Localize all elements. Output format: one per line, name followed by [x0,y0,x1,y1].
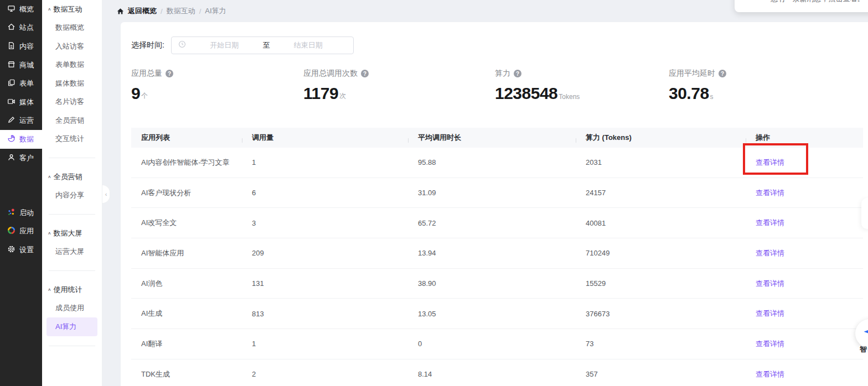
sidebar-item-customer[interactable]: 客户 [0,149,42,168]
divider [49,214,95,215]
divider [49,270,95,271]
toast-message: 您有一条新消息，点击查看。 [771,0,865,4]
help-icon[interactable]: ? [719,70,726,77]
tokens-value: 24157 [576,189,746,197]
breadcrumb-back-link[interactable]: 返回概览 [128,6,157,16]
help-icon[interactable]: ? [361,70,369,77]
date-range-separator: 至 [262,40,270,50]
sidebar-item-label: 商城 [19,60,34,70]
sidebar-item-label: 站点 [19,23,34,33]
app-name: AI改写全文 [131,218,242,228]
view-details-link[interactable]: 查看详情 [756,370,784,378]
view-details-link[interactable]: 查看详情 [756,218,784,227]
stat-computing-power: 算力? 1238548Tokens [495,69,580,102]
submenu-item-member-usage[interactable]: 成员使用 [42,299,102,318]
breadcrumb-current-page: AI算力 [205,6,226,16]
breadcrumb-separator: / [161,7,163,15]
view-details-link[interactable]: 查看详情 [756,340,784,348]
view-details-link[interactable]: 查看详情 [756,249,784,257]
tokens-value: 2031 [576,158,746,166]
submenu-item-ai-power[interactable]: AI算力 [46,317,97,336]
submenu-item-interaction-stats[interactable]: 交互统计 [42,130,102,149]
sidebar-item-content[interactable]: 内容 [0,37,42,56]
breadcrumb-separator: / [199,7,202,15]
calls-value: 3 [242,219,408,227]
date-range-picker[interactable]: 开始日期 至 结束日期 [171,36,354,54]
submenu-item-data-overview[interactable]: 数据概览 [42,19,102,38]
start-date-placeholder[interactable]: 开始日期 [186,40,263,50]
submenu-group-label: 数据互动 [54,4,82,14]
table-row: AI翻译 1 0 73 查看详情 [131,329,863,359]
calls-value: 1 [242,158,408,166]
submenu-group-usage-stats[interactable]: ∧ 使用统计 [42,280,102,299]
sidebar-item-label: 应用 [19,226,34,236]
stat-label: 应用平均延时 [669,69,715,79]
avg-duration-value: 13.05 [408,310,576,318]
stat-value: 9 [131,85,140,102]
stat-value: 1179 [303,85,338,102]
tokens-value: 40081 [576,219,746,227]
sidebar-item-media[interactable]: 媒体 [0,93,42,112]
stat-label: 应用总量 [131,69,162,79]
sidebar-item-label: 媒体 [19,97,34,107]
sidebar-item-settings[interactable]: 设置 [0,241,42,259]
time-filter: 选择时间: 开始日期 至 结束日期 [131,36,354,54]
sidebar-item-apps[interactable]: 应用 [0,222,42,241]
right-panel-handle[interactable] [861,198,868,229]
view-details-link[interactable]: 查看详情 [756,189,784,197]
pen-icon [7,116,16,126]
app-name: TDK生成 [131,369,242,379]
apps-circle-icon [7,226,16,236]
divider [49,346,95,346]
avg-duration-value: 0 [408,340,576,348]
submenu-item-media-data[interactable]: 媒体数据 [42,74,102,93]
submenu-item-operation-screen[interactable]: 运营大屏 [42,243,102,262]
tokens-value: 73 [576,340,746,348]
avg-duration-value: 65.72 [408,219,576,227]
breadcrumb-link-data-interaction[interactable]: 数据互动 [167,6,195,16]
app-usage-table: 应用列表 调用量 平均调用时长 算力 (Tokens) 操作 AI内容创作智能体… [131,128,863,386]
submenu-group-all-marketing[interactable]: ∧ 全员营销 [42,168,102,186]
help-icon[interactable]: ? [514,70,521,77]
avg-duration-value: 13.94 [408,249,576,257]
divider [49,158,95,158]
submenu-item-card-visitors[interactable]: 名片访客 [42,93,102,112]
view-details-link[interactable]: 查看详情 [756,279,784,288]
view-details-link[interactable]: 查看详情 [756,158,784,166]
submenu-item-inbound-visitors[interactable]: 入站访客 [42,37,102,56]
assistant-label: 智 [860,345,867,354]
sidebar-item-operation[interactable]: 运营 [0,112,42,131]
stat-value: 1238548 [495,85,557,102]
sidebar-item-data[interactable]: 数据 [0,130,42,149]
stat-unit: Tokens [559,93,580,102]
submenu-item-form-data[interactable]: 表单数据 [42,56,102,75]
sidebar-item-site[interactable]: 站点 [0,19,42,38]
sidebar-item-label: 内容 [19,41,34,51]
calls-value: 209 [242,249,408,257]
calls-value: 813 [242,310,408,318]
sidebar-item-mall[interactable]: 商城 [0,56,42,75]
submenu-item-all-marketing[interactable]: 全员营销 [42,111,102,130]
sidebar-item-form[interactable]: 表单 [0,74,42,93]
sidebar-item-launch[interactable]: 启动 [0,204,42,222]
assistant-icon [862,325,868,342]
time-filter-label: 选择时间: [131,40,164,50]
view-details-link[interactable]: 查看详情 [756,309,784,317]
calls-value: 131 [242,279,408,288]
submenu-group-data-screen[interactable]: ∧ 数据大屏 [42,224,102,243]
end-date-placeholder[interactable]: 结束日期 [270,40,347,50]
sidebar-item-label: 运营 [19,116,34,126]
person-icon [7,153,16,163]
notification-toast[interactable]: 您有一条新消息，点击查看。 [735,0,868,12]
help-icon[interactable]: ? [166,70,173,77]
calls-value: 2 [242,370,408,378]
home-icon [7,23,16,33]
sidebar-item-overview[interactable]: 概览 [0,0,42,19]
home-icon[interactable] [117,8,124,15]
sidebar-collapse-handle[interactable]: ‹ [102,185,110,204]
submenu-group-data-interaction[interactable]: ∧ 数据互动 [42,0,102,19]
submenu-item-content-share[interactable]: 内容分享 [42,186,102,205]
sidebar-item-label: 表单 [19,79,34,88]
chevron-up-icon: ∧ [48,175,51,179]
sidebar-bottom-group: 启动 应用 设置 [0,204,42,259]
